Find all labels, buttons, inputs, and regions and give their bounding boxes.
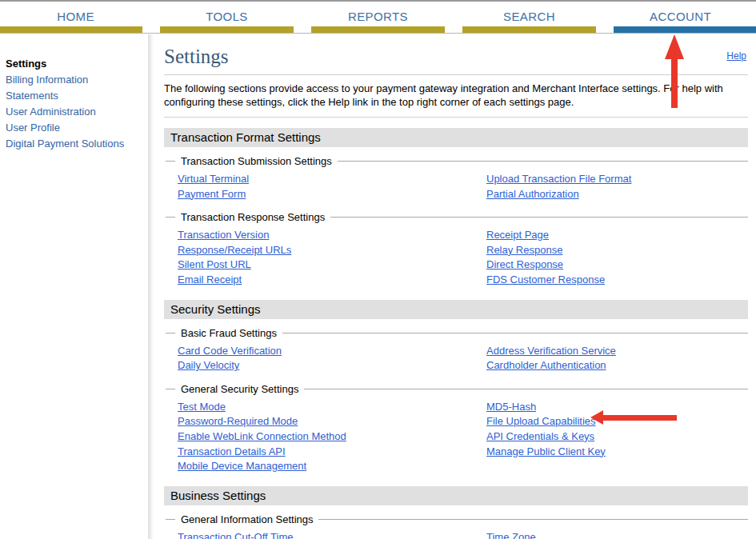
group-general-security-settings: General Security Settings Test Mode Pass… bbox=[166, 389, 748, 476]
sidebar-divider bbox=[148, 34, 154, 539]
tab-home-label: HOME bbox=[0, 10, 151, 26]
tab-reports-label: REPORTS bbox=[302, 10, 454, 26]
tab-account-underline-active bbox=[614, 26, 756, 33]
link-password-required-mode[interactable]: Password-Required Mode bbox=[178, 414, 298, 429]
link-email-receipt[interactable]: Email Receipt bbox=[178, 273, 242, 288]
link-transaction-cut-off-time[interactable]: Transaction Cut-Off Time bbox=[178, 530, 294, 539]
sidebar-item-settings-current: Settings bbox=[6, 56, 148, 72]
tab-search[interactable]: SEARCH bbox=[454, 10, 605, 33]
link-cardholder-authentication[interactable]: Cardholder Authentication bbox=[486, 358, 606, 373]
group-title: General Security Settings bbox=[175, 383, 304, 395]
page-description: The following sections provide access to… bbox=[164, 82, 736, 109]
link-transaction-details-api[interactable]: Transaction Details API bbox=[178, 445, 286, 460]
main-content: Settings Help The following sections pro… bbox=[154, 34, 756, 539]
link-api-credentials-and-keys[interactable]: API Credentials & Keys bbox=[486, 429, 594, 445]
group-transaction-response-settings: Transaction Response Settings Transactio… bbox=[166, 217, 748, 289]
group-title: Transaction Response Settings bbox=[175, 211, 330, 223]
sidebar-item-statements[interactable]: Statements bbox=[6, 88, 148, 104]
tab-reports-underline bbox=[311, 26, 445, 33]
link-partial-authorization[interactable]: Partial Authorization bbox=[486, 187, 579, 202]
description-divider bbox=[164, 117, 748, 118]
link-address-verification-service[interactable]: Address Verification Service bbox=[486, 344, 616, 359]
sidebar-item-billing-information[interactable]: Billing Information bbox=[6, 72, 148, 88]
link-enable-weblink-connection-method[interactable]: Enable WebLink Connection Method bbox=[178, 429, 346, 445]
link-time-zone[interactable]: Time Zone bbox=[486, 530, 536, 539]
tab-home[interactable]: HOME bbox=[0, 10, 151, 33]
link-transaction-version[interactable]: Transaction Version bbox=[178, 228, 269, 243]
link-mobile-device-management[interactable]: Mobile Device Management bbox=[178, 459, 306, 474]
group-title: Basic Fraud Settings bbox=[175, 327, 282, 339]
page-title: Settings bbox=[164, 46, 748, 68]
tab-home-underline bbox=[0, 26, 142, 33]
link-card-code-verification[interactable]: Card Code Verification bbox=[178, 344, 282, 359]
section-header-security-settings: Security Settings bbox=[164, 300, 748, 319]
link-payment-form[interactable]: Payment Form bbox=[178, 187, 246, 202]
link-daily-velocity[interactable]: Daily Velocity bbox=[178, 358, 239, 373]
tab-account[interactable]: ACCOUNT bbox=[605, 10, 756, 33]
section-header-business-settings: Business Settings bbox=[164, 486, 748, 505]
link-silent-post-url[interactable]: Silent Post URL bbox=[178, 258, 251, 273]
link-upload-transaction-file-format[interactable]: Upload Transaction File Format bbox=[486, 172, 631, 187]
group-title: General Information Settings bbox=[175, 513, 318, 525]
group-title: Transaction Submission Settings bbox=[175, 155, 338, 167]
tab-search-underline bbox=[462, 26, 596, 33]
link-manage-public-client-key[interactable]: Manage Public Client Key bbox=[486, 445, 606, 460]
tab-tools-label: TOOLS bbox=[151, 10, 302, 26]
link-test-mode[interactable]: Test Mode bbox=[178, 400, 226, 415]
group-general-information-settings: General Information Settings Transaction… bbox=[166, 519, 748, 539]
tab-search-label: SEARCH bbox=[454, 10, 605, 26]
link-direct-response[interactable]: Direct Response bbox=[486, 258, 563, 273]
link-relay-response[interactable]: Relay Response bbox=[486, 243, 562, 258]
tab-tools-underline bbox=[160, 26, 294, 33]
arrow-left-head bbox=[590, 410, 603, 425]
sidebar-item-digital-payment-solutions[interactable]: Digital Payment Solutions bbox=[6, 136, 148, 152]
sidebar-item-user-administration[interactable]: User Administration bbox=[6, 104, 148, 120]
group-basic-fraud-settings: Basic Fraud Settings Card Code Verificat… bbox=[166, 333, 748, 375]
main-header: Settings Help bbox=[164, 46, 748, 68]
link-fds-customer-response[interactable]: FDS Customer Response bbox=[486, 273, 605, 288]
sidebar-item-user-profile[interactable]: User Profile bbox=[6, 120, 148, 136]
arrow-left-icon bbox=[590, 410, 677, 425]
settings-sidebar: Settings Billing Information Statements … bbox=[0, 34, 148, 539]
link-file-upload-capabilities[interactable]: File Upload Capabilities bbox=[486, 414, 596, 429]
link-md5-hash[interactable]: MD5-Hash bbox=[486, 400, 536, 415]
help-link[interactable]: Help bbox=[726, 50, 746, 62]
link-virtual-terminal[interactable]: Virtual Terminal bbox=[178, 172, 249, 187]
top-navigation: HOME TOOLS REPORTS SEARCH ACCOUNT bbox=[0, 0, 756, 34]
group-transaction-submission-settings: Transaction Submission Settings Virtual … bbox=[166, 161, 748, 203]
arrow-left-shaft bbox=[603, 415, 677, 421]
link-receipt-page[interactable]: Receipt Page bbox=[486, 228, 549, 243]
arrow-up-head bbox=[665, 34, 684, 59]
tab-reports[interactable]: REPORTS bbox=[302, 10, 454, 33]
link-response-receipt-urls[interactable]: Response/Receipt URLs bbox=[178, 243, 291, 258]
arrow-up-shaft bbox=[671, 59, 678, 108]
tab-account-label: ACCOUNT bbox=[605, 10, 756, 26]
tab-tools[interactable]: TOOLS bbox=[151, 10, 302, 33]
title-divider bbox=[164, 74, 748, 75]
arrow-up-icon bbox=[665, 34, 684, 108]
section-header-transaction-format-settings: Transaction Format Settings bbox=[164, 128, 748, 147]
